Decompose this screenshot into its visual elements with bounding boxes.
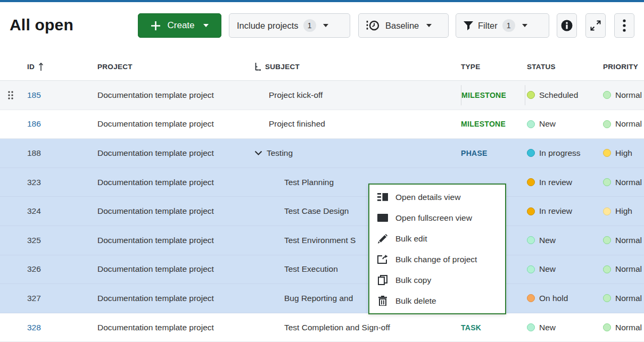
table-row[interactable]: 325 Documentation template project Test … — [0, 226, 644, 255]
priority-cell[interactable]: High — [601, 206, 644, 216]
project-cell[interactable]: Documentation template project — [96, 206, 253, 216]
subject-cell[interactable]: Test Completion and Sign-off — [284, 323, 390, 332]
table-row[interactable]: 188 Documentation template project Testi… — [0, 139, 644, 168]
project-cell[interactable]: Documentation template project — [96, 178, 253, 187]
table-row[interactable]: 328 Documentation template project Test … — [0, 313, 644, 342]
priority-dot — [603, 323, 611, 331]
include-projects-badge: 1 — [303, 19, 316, 32]
column-header-subject[interactable]: SUBJECT — [253, 63, 459, 71]
status-dot — [527, 265, 535, 273]
status-cell[interactable]: New — [525, 236, 601, 245]
subject-cell[interactable]: Project kick-off — [269, 90, 323, 100]
work-package-id-link[interactable]: 325 — [27, 236, 41, 245]
menu-item-open-details-view[interactable]: Open details view — [369, 187, 505, 207]
work-package-id-link[interactable]: 328 — [27, 323, 41, 332]
priority-cell[interactable]: Normal — [601, 264, 644, 274]
work-package-id-link[interactable]: 185 — [27, 90, 41, 99]
project-cell[interactable]: Documentation template project — [96, 148, 253, 158]
status-cell[interactable]: In progress — [525, 148, 601, 158]
trash-icon — [377, 296, 388, 306]
subject-cell[interactable]: Test Planning — [284, 178, 334, 187]
priority-dot — [603, 120, 611, 128]
subject-cell[interactable]: Bug Reporting and — [284, 294, 353, 303]
work-package-id-link[interactable]: 326 — [27, 264, 41, 273]
chevron-down-icon — [426, 24, 432, 27]
subject-cell[interactable]: Testing — [267, 148, 293, 158]
column-header-priority[interactable]: PRIORITY — [601, 63, 644, 71]
status-cell[interactable]: In review — [525, 178, 601, 187]
type-cell[interactable]: PHASE — [459, 149, 525, 157]
menu-item-bulk-copy[interactable]: Bulk copy — [369, 270, 505, 290]
table-row[interactable]: 327 Documentation template project Bug R… — [0, 284, 644, 313]
work-package-id-link[interactable]: 327 — [27, 294, 41, 303]
column-header-project[interactable]: PROJECT — [96, 63, 253, 71]
chevron-down-icon — [522, 24, 527, 27]
project-cell[interactable]: Documentation template project — [96, 323, 253, 332]
work-package-id-link[interactable]: 186 — [27, 119, 41, 128]
project-cell[interactable]: Documentation template project — [96, 236, 253, 245]
filter-funnel-icon — [464, 21, 473, 30]
status-dot — [527, 178, 535, 186]
include-projects-button[interactable]: Include projects 1 — [229, 13, 350, 38]
menu-item-bulk-delete[interactable]: Bulk delete — [369, 290, 505, 311]
expand-arrows-icon — [590, 20, 601, 31]
subject-cell[interactable]: Test Case Design — [284, 206, 349, 216]
work-package-id-link[interactable]: 323 — [27, 178, 41, 187]
project-cell[interactable]: Documentation template project — [96, 294, 253, 303]
details-view-icon — [377, 193, 388, 202]
project-cell[interactable]: Documentation template project — [96, 264, 253, 274]
subject-cell[interactable]: Test Environment S — [284, 236, 356, 245]
status-cell[interactable]: New — [525, 323, 601, 332]
menu-item-bulk-edit[interactable]: Bulk edit — [369, 228, 505, 249]
priority-cell[interactable]: Normal — [601, 294, 644, 303]
priority-dot — [603, 178, 611, 186]
table-body: 185 Documentation template project Proje… — [0, 81, 644, 342]
work-package-id-link[interactable]: 324 — [27, 206, 41, 215]
project-cell[interactable]: Documentation template project — [96, 119, 253, 129]
status-cell[interactable]: New — [525, 264, 601, 274]
status-cell[interactable]: On hold — [525, 294, 601, 303]
priority-dot — [603, 207, 611, 215]
filter-button[interactable]: Filter 1 — [456, 13, 549, 38]
status-dot — [527, 149, 535, 157]
column-header-type[interactable]: TYPE — [459, 63, 525, 71]
status-cell[interactable]: New — [525, 119, 601, 129]
subject-cell[interactable]: Test Execution — [284, 264, 338, 274]
info-button[interactable] — [557, 13, 577, 38]
table-row[interactable]: 324 Documentation template project Test … — [0, 197, 644, 226]
table-row[interactable]: 326 Documentation template project Test … — [0, 255, 644, 285]
priority-cell[interactable]: Normal — [601, 323, 644, 332]
work-package-id-link[interactable]: 188 — [27, 148, 41, 157]
status-cell[interactable]: In review — [525, 206, 601, 216]
table-row[interactable]: 323 Documentation template project Test … — [0, 168, 644, 197]
priority-cell[interactable]: Normal — [601, 236, 644, 245]
table-row[interactable]: 186 Documentation template project Proje… — [0, 110, 644, 139]
column-header-status[interactable]: STATUS — [525, 63, 601, 71]
menu-item-open-fullscreen-view[interactable]: Open fullscreen view — [369, 207, 505, 228]
subject-cell[interactable]: Project finished — [269, 119, 325, 129]
type-cell[interactable]: MILESTONE — [459, 120, 525, 128]
project-cell[interactable]: Documentation template project — [96, 90, 253, 100]
status-cell[interactable]: Scheduled — [525, 90, 601, 100]
filter-badge: 1 — [502, 19, 515, 32]
more-options-button[interactable] — [614, 13, 634, 38]
status-dot — [527, 236, 535, 244]
priority-cell[interactable]: Normal — [601, 90, 644, 100]
drag-handle-icon[interactable] — [8, 91, 13, 99]
fullscreen-toggle-button[interactable] — [585, 13, 606, 38]
type-cell[interactable]: TASK — [459, 323, 525, 332]
priority-cell[interactable]: Normal — [601, 119, 644, 129]
menu-item-bulk-change-of-project[interactable]: Bulk change of project — [369, 249, 505, 270]
move-project-icon — [377, 255, 388, 264]
collapse-chevron-icon[interactable] — [254, 151, 262, 156]
create-button-label: Create — [167, 20, 194, 31]
priority-dot — [603, 149, 611, 157]
baseline-button[interactable]: Baseline — [358, 13, 449, 38]
priority-cell[interactable]: High — [601, 148, 644, 158]
page-title: All open — [10, 16, 73, 34]
column-header-id[interactable]: ID — [21, 62, 96, 71]
create-button[interactable]: Create — [138, 13, 221, 38]
type-cell[interactable]: MILESTONE — [461, 85, 525, 105]
priority-cell[interactable]: Normal — [601, 178, 644, 187]
table-row[interactable]: 185 Documentation template project Proje… — [0, 81, 644, 110]
